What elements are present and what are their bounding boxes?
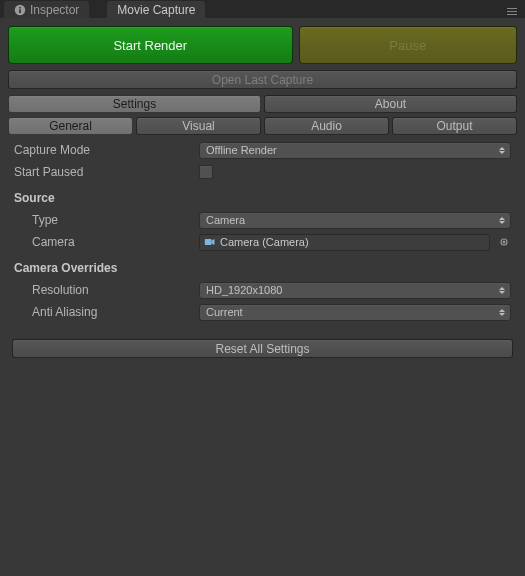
camera-object-field[interactable]: Camera (Camera) [199, 234, 490, 251]
pause-label: Pause [389, 38, 426, 53]
chevron-updown-icon [497, 283, 507, 298]
tab-about-label: About [375, 97, 406, 111]
open-last-capture-label: Open Last Capture [212, 73, 313, 87]
row-start-paused: Start Paused [14, 161, 511, 183]
chevron-updown-icon [497, 213, 507, 228]
tab-general[interactable]: General [8, 117, 133, 135]
properties: Capture Mode Offline Render Start Paused… [8, 139, 517, 329]
resolution-dropdown[interactable]: HD_1920x1080 [199, 282, 511, 299]
label-anti-aliasing: Anti Aliasing [14, 305, 199, 319]
chevron-updown-icon [497, 305, 507, 320]
type-value: Camera [206, 214, 245, 226]
label-resolution: Resolution [14, 283, 199, 297]
inspector-tab[interactable]: Inspector [4, 1, 89, 18]
resolution-value: HD_1920x1080 [206, 284, 282, 296]
settings-about-toggle: Settings About [8, 95, 517, 113]
label-camera: Camera [14, 235, 199, 249]
tab-output[interactable]: Output [392, 117, 517, 135]
capture-mode-dropdown[interactable]: Offline Render [199, 142, 511, 159]
type-dropdown[interactable]: Camera [199, 212, 511, 229]
row-capture-mode: Capture Mode Offline Render [14, 139, 511, 161]
info-icon [14, 4, 26, 16]
window-menu-icon[interactable] [505, 3, 519, 15]
section-source: Source [14, 183, 511, 209]
start-render-button[interactable]: Start Render [8, 26, 293, 64]
row-type: Type Camera [14, 209, 511, 231]
window-tabbar: Inspector Movie Capture [0, 0, 525, 18]
tab-visual-label: Visual [182, 119, 214, 133]
movie-capture-tab[interactable]: Movie Capture [107, 1, 205, 18]
label-type: Type [14, 213, 199, 227]
capture-mode-value: Offline Render [206, 144, 277, 156]
tab-audio[interactable]: Audio [264, 117, 389, 135]
section-overrides: Camera Overrides [14, 253, 511, 279]
chevron-updown-icon [497, 143, 507, 158]
svg-rect-3 [205, 239, 212, 245]
inspector-tab-label: Inspector [30, 3, 79, 17]
label-capture-mode: Capture Mode [14, 143, 199, 157]
label-start-paused: Start Paused [14, 165, 199, 179]
start-render-label: Start Render [113, 38, 187, 53]
anti-aliasing-dropdown[interactable]: Current [199, 304, 511, 321]
svg-marker-4 [212, 239, 215, 245]
reset-all-settings-button[interactable]: Reset All Settings [12, 339, 513, 358]
tab-settings-label: Settings [113, 97, 156, 111]
open-last-capture-button[interactable]: Open Last Capture [8, 70, 517, 89]
start-paused-checkbox[interactable] [199, 165, 213, 179]
action-row: Start Render Pause [8, 26, 517, 64]
tab-settings[interactable]: Settings [8, 95, 261, 113]
row-resolution: Resolution HD_1920x1080 [14, 279, 511, 301]
svg-rect-1 [19, 9, 21, 13]
object-picker-button[interactable] [496, 235, 511, 250]
reset-all-settings-label: Reset All Settings [215, 342, 309, 356]
tab-general-label: General [49, 119, 92, 133]
row-camera: Camera Camera (Camera) [14, 231, 511, 253]
svg-point-6 [502, 241, 504, 243]
camera-icon [204, 237, 216, 247]
tab-visual[interactable]: Visual [136, 117, 261, 135]
category-toggle: General Visual Audio Output [8, 117, 517, 135]
movie-capture-tab-label: Movie Capture [117, 3, 195, 17]
anti-aliasing-value: Current [206, 306, 243, 318]
tab-output-label: Output [436, 119, 472, 133]
pause-button[interactable]: Pause [299, 26, 517, 64]
tab-audio-label: Audio [311, 119, 342, 133]
svg-rect-2 [19, 7, 21, 9]
tab-about[interactable]: About [264, 95, 517, 113]
camera-value: Camera (Camera) [220, 236, 309, 248]
row-anti-aliasing: Anti Aliasing Current [14, 301, 511, 323]
panel-body: Start Render Pause Open Last Capture Set… [0, 18, 525, 358]
